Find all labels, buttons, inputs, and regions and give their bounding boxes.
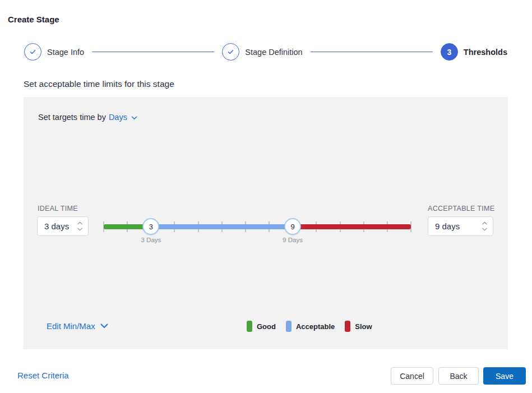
legend-label: Acceptable bbox=[296, 322, 335, 331]
section-heading: Set acceptable time limits for this stag… bbox=[24, 79, 174, 89]
step-connector bbox=[92, 52, 214, 52]
legend-swatch bbox=[286, 321, 292, 332]
targets-prefix-text: Set targets time by bbox=[38, 113, 106, 122]
legend-swatch bbox=[247, 321, 252, 332]
stepper-up-button[interactable] bbox=[482, 221, 488, 225]
slider-handle-label: 9 Days bbox=[283, 237, 303, 243]
reset-criteria-link[interactable]: Reset Criteria bbox=[17, 371, 69, 380]
page-title: Create Stage bbox=[8, 15, 59, 24]
step-number-badge: 3 bbox=[441, 43, 458, 61]
ideal-time-label: IDEAL TIME bbox=[38, 205, 78, 212]
edit-minmax-link[interactable]: Edit Min/Max bbox=[47, 321, 108, 331]
step-label: Thresholds bbox=[464, 48, 507, 57]
stepper: Stage Info Stage Definition 3 Thresholds bbox=[24, 43, 507, 61]
acceptable-time-input[interactable]: 9 days bbox=[428, 216, 493, 236]
stepper-down-button[interactable] bbox=[482, 227, 488, 232]
step-stage-definition[interactable]: Stage Definition bbox=[222, 43, 302, 61]
check-icon bbox=[29, 48, 37, 56]
step-thresholds[interactable]: 3 Thresholds bbox=[441, 43, 507, 61]
acceptable-time-stepper bbox=[482, 221, 488, 232]
slider-legend: GoodAcceptableSlow bbox=[247, 321, 372, 332]
step-complete-icon bbox=[222, 43, 239, 61]
step-stage-info[interactable]: Stage Info bbox=[24, 43, 84, 61]
slider-handle-min[interactable]: 3 bbox=[142, 218, 159, 235]
back-button[interactable]: Back bbox=[438, 367, 479, 385]
step-label: Stage Definition bbox=[245, 48, 302, 57]
step-complete-icon bbox=[24, 43, 41, 61]
slider-handle-max[interactable]: 9 bbox=[284, 218, 301, 235]
legend-swatch bbox=[345, 321, 350, 332]
ideal-time-input[interactable]: 3 days bbox=[37, 216, 89, 236]
step-label: Stage Info bbox=[47, 48, 84, 57]
stepper-up-button[interactable] bbox=[77, 221, 83, 225]
legend-label: Good bbox=[257, 322, 276, 331]
targets-row: Set targets time by Days bbox=[38, 113, 137, 122]
legend-item: Slow bbox=[345, 321, 372, 332]
step-connector bbox=[311, 52, 433, 52]
slider-segment-slow bbox=[293, 224, 411, 229]
legend-item: Acceptable bbox=[286, 321, 335, 332]
edit-minmax-label: Edit Min/Max bbox=[47, 321, 95, 331]
chevron-down-icon bbox=[100, 323, 108, 329]
thresholds-panel: Set targets time by Days IDEAL TIME 3 da… bbox=[24, 97, 508, 349]
targets-unit-dropdown[interactable]: Days bbox=[109, 113, 127, 122]
acceptable-time-value: 9 days bbox=[435, 221, 460, 231]
cancel-button[interactable]: Cancel bbox=[391, 367, 433, 385]
stepper-down-button[interactable] bbox=[77, 227, 83, 232]
check-icon bbox=[226, 48, 235, 56]
save-button[interactable]: Save bbox=[483, 367, 526, 385]
create-stage-screen: Create Stage Stage Info Stage Definition… bbox=[0, 0, 532, 393]
legend-item: Good bbox=[247, 321, 276, 332]
acceptable-time-label: ACCEPTABLE TIME bbox=[428, 205, 494, 212]
slider-handle-label: 3 Days bbox=[141, 237, 161, 243]
legend-label: Slow bbox=[355, 322, 372, 331]
ideal-time-value: 3 days bbox=[44, 221, 69, 231]
ideal-time-stepper bbox=[77, 221, 83, 232]
time-slider[interactable]: 3 9 3 Days 9 Days bbox=[104, 219, 411, 244]
slider-segment-acceptable bbox=[151, 224, 293, 229]
chevron-down-icon bbox=[131, 113, 137, 122]
